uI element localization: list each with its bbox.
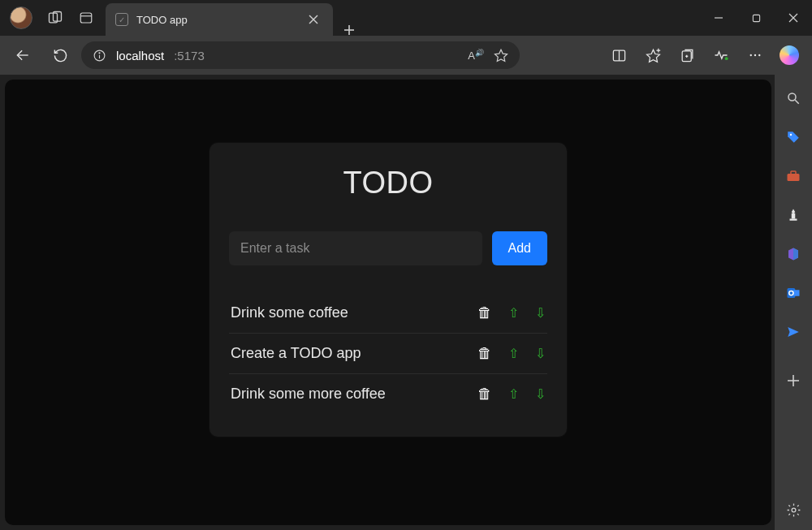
- shopping-tag-icon[interactable]: [784, 128, 802, 146]
- delete-icon[interactable]: 🗑: [477, 345, 492, 362]
- refresh-button[interactable]: [44, 41, 76, 70]
- svg-rect-35: [790, 219, 797, 221]
- svg-rect-37: [793, 290, 800, 296]
- tab-strip: TODO app: [106, 0, 700, 36]
- svg-point-31: [790, 134, 792, 136]
- page-title: TODO: [229, 166, 547, 200]
- back-button[interactable]: [6, 41, 39, 70]
- tab-favicon: [115, 13, 128, 26]
- split-screen-icon[interactable]: [603, 41, 635, 70]
- favorite-star-icon[interactable]: [494, 48, 508, 62]
- move-up-icon[interactable]: ⇧: [508, 346, 519, 361]
- move-down-icon[interactable]: ⇩: [535, 346, 546, 361]
- tab-title: TODO app: [136, 14, 296, 26]
- todo-card: TODO Add Drink some coffee 🗑 ⇧ ⇩: [209, 143, 567, 437]
- svg-point-26: [750, 54, 752, 56]
- delete-icon[interactable]: 🗑: [477, 386, 492, 403]
- address-bar[interactable]: localhost:5173 A🔊: [81, 41, 520, 69]
- favorites-icon[interactable]: [637, 41, 669, 70]
- copilot-icon[interactable]: [773, 41, 806, 70]
- m365-icon[interactable]: [784, 245, 802, 263]
- add-button[interactable]: Add: [492, 231, 547, 265]
- task-actions: 🗑 ⇧ ⇩: [477, 304, 546, 321]
- svg-marker-16: [495, 50, 508, 61]
- task-text: Drink some more coffee: [231, 386, 477, 403]
- url-host: localhost: [116, 49, 164, 62]
- svg-rect-2: [80, 13, 92, 23]
- task-text: Create a TODO app: [231, 345, 477, 362]
- svg-rect-34: [792, 213, 796, 219]
- move-up-icon[interactable]: ⇧: [508, 305, 519, 321]
- close-window-button[interactable]: [775, 0, 812, 36]
- svg-point-27: [754, 54, 756, 56]
- task-item: Drink some more coffee 🗑 ⇧ ⇩: [229, 374, 547, 414]
- browser-toolbar: localhost:5173 A🔊: [0, 36, 812, 75]
- delete-icon[interactable]: 🗑: [477, 304, 492, 321]
- send-icon[interactable]: [784, 323, 802, 341]
- svg-line-30: [795, 100, 799, 104]
- tab-overview-icon[interactable]: [78, 10, 94, 26]
- workspaces-icon[interactable]: [47, 10, 63, 26]
- svg-marker-19: [646, 50, 659, 62]
- browser-body: TODO Add Drink some coffee 🗑 ⇧ ⇩: [0, 75, 812, 530]
- search-icon[interactable]: [784, 89, 802, 107]
- read-aloud-icon[interactable]: A🔊: [468, 49, 484, 62]
- outlook-icon[interactable]: [784, 284, 802, 302]
- task-actions: 🗑 ⇧ ⇩: [477, 345, 546, 362]
- task-input-row: Add: [229, 231, 547, 265]
- browser-tab[interactable]: TODO app: [106, 3, 333, 36]
- toolbox-icon[interactable]: [784, 167, 802, 185]
- titlebar-left: [0, 0, 94, 36]
- new-tab-button[interactable]: [333, 24, 365, 36]
- window-titlebar: TODO app: [0, 0, 812, 36]
- svg-point-41: [792, 508, 796, 512]
- svg-point-29: [788, 93, 796, 101]
- task-item: Drink some coffee 🗑 ⇧ ⇩: [229, 293, 547, 334]
- svg-point-28: [758, 54, 760, 56]
- sidebar-add-icon[interactable]: [784, 372, 802, 390]
- svg-rect-9: [753, 15, 759, 21]
- page-content: TODO Add Drink some coffee 🗑 ⇧ ⇩: [5, 80, 771, 525]
- collections-icon[interactable]: [671, 41, 703, 70]
- browser-sidebar: [775, 75, 812, 530]
- profile-avatar[interactable]: [10, 6, 32, 29]
- task-input[interactable]: [229, 231, 482, 265]
- svg-point-15: [99, 52, 100, 53]
- window-controls: [700, 0, 812, 36]
- maximize-button[interactable]: [737, 0, 775, 36]
- more-menu-icon[interactable]: [739, 41, 771, 70]
- tab-close-button[interactable]: [304, 10, 323, 29]
- task-item: Create a TODO app 🗑 ⇧ ⇩: [229, 334, 547, 374]
- svg-point-25: [725, 57, 728, 60]
- task-text: Drink some coffee: [231, 304, 477, 321]
- health-icon[interactable]: [705, 41, 737, 70]
- viewport: TODO Add Drink some coffee 🗑 ⇧ ⇩: [0, 75, 775, 530]
- task-list: Drink some coffee 🗑 ⇧ ⇩ Create a TODO ap…: [229, 293, 547, 414]
- url-port: :5173: [174, 49, 205, 62]
- toolbar-right: [603, 41, 806, 70]
- task-actions: 🗑 ⇧ ⇩: [477, 386, 546, 403]
- site-info-icon[interactable]: [93, 49, 106, 62]
- settings-icon[interactable]: [784, 501, 802, 519]
- games-icon[interactable]: [784, 206, 802, 224]
- minimize-button[interactable]: [700, 0, 737, 36]
- move-down-icon[interactable]: ⇩: [535, 386, 546, 402]
- svg-rect-33: [791, 171, 796, 175]
- move-up-icon[interactable]: ⇧: [508, 386, 519, 402]
- move-down-icon[interactable]: ⇩: [535, 305, 546, 321]
